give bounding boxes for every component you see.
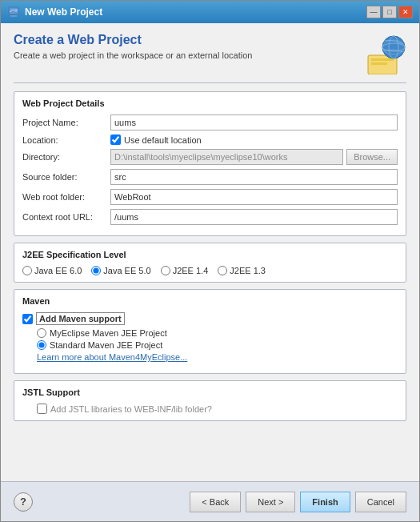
myeclipse-maven-row: MyEclipse Maven JEE Project [37,328,398,338]
help-button[interactable]: ? [14,492,33,512]
browse-button[interactable]: Browse... [346,149,398,165]
project-name-row: Project Name: [22,114,398,130]
j2ee-option-java-ee-6[interactable]: Java EE 6.0 [22,266,82,275]
finish-button[interactable]: Finish [300,492,350,512]
window-title: New Web Project [25,6,366,18]
minimize-button[interactable]: — [366,6,381,18]
next-button[interactable]: Next > [246,492,295,512]
source-folder-row: Source folder: [22,169,398,185]
main-window: New Web Project — □ ✕ Create a Web Proje… [0,0,420,522]
page-subtitle: Create a web project in the workspace or… [14,50,357,60]
add-maven-support-label: Add Maven support [36,312,125,325]
directory-label: Directory: [22,152,110,162]
jstl-label: Add JSTL libraries to WEB-INF/lib folder… [50,404,212,414]
web-project-details-section: Web Project Details Project Name: Locati… [14,91,406,236]
j2ee-label-j2ee-14: J2EE 1.4 [173,266,209,275]
title-bar: New Web Project — □ ✕ [1,1,419,23]
jstl-title: JSTL Support [22,387,398,397]
myeclipse-maven-radio[interactable] [37,328,46,338]
j2ee-radio-j2ee-14[interactable] [161,266,170,275]
footer-left: ? [14,492,33,512]
footer-right: < Back Next > Finish Cancel [190,492,406,512]
add-maven-support-row: Add Maven support [22,312,398,325]
context-root-label: Context root URL: [22,212,110,222]
j2ee-option-j2ee-14[interactable]: J2EE 1.4 [161,266,209,275]
source-folder-input[interactable] [110,169,398,185]
web-root-row: Web root folder: [22,189,398,205]
svg-point-6 [382,36,405,58]
myeclipse-maven-label: MyEclipse Maven JEE Project [50,328,167,338]
svg-point-2 [14,9,18,13]
use-default-location-checkbox[interactable] [110,135,121,145]
source-folder-label: Source folder: [22,172,110,182]
maven-section: Maven Add Maven support MyEclipse Maven … [14,289,406,374]
use-default-location-label: Use default location [124,135,202,145]
cancel-button[interactable]: Cancel [355,492,406,512]
web-root-input[interactable] [110,189,398,205]
directory-input [110,149,343,165]
header-text: Create a Web Project Create a web projec… [14,33,357,60]
j2ee-label-java-ee-5: Java EE 5.0 [103,266,150,275]
maven-title: Maven [22,296,398,306]
jstl-checkbox[interactable] [37,404,47,414]
project-name-input[interactable] [110,114,398,130]
maximize-button[interactable]: □ [382,6,397,18]
location-row: Location: Use default location [22,135,398,145]
page-title: Create a Web Project [14,33,357,47]
j2ee-title: J2EE Specification Level [22,250,398,259]
location-label: Location: [22,135,110,145]
directory-row: Directory: Browse... [22,149,398,165]
j2ee-option-j2ee-13[interactable]: J2EE 1.3 [218,266,266,275]
window-controls: — □ ✕ [366,6,413,18]
header-divider [14,82,406,83]
j2ee-label-java-ee-6: Java EE 6.0 [34,266,82,275]
window-icon [7,6,20,18]
add-maven-support-checkbox[interactable] [22,314,33,324]
j2ee-label-j2ee-13: J2EE 1.3 [230,266,266,275]
back-button[interactable]: < Back [190,492,241,512]
standard-maven-label: Standard Maven JEE Project [50,340,162,350]
footer: ? < Back Next > Finish Cancel [1,481,419,521]
close-button[interactable]: ✕ [398,6,413,18]
jstl-section: JSTL Support Add JSTL libraries to WEB-I… [14,380,406,421]
globe-icon [365,33,406,74]
j2ee-option-java-ee-5[interactable]: Java EE 5.0 [91,266,150,275]
jstl-checkbox-row: Add JSTL libraries to WEB-INF/lib folder… [37,404,398,414]
standard-maven-row: Standard Maven JEE Project [37,340,398,350]
j2ee-radio-j2ee-13[interactable] [218,266,227,275]
j2ee-radio-java-ee-6[interactable] [22,266,32,275]
header-section: Create a Web Project Create a web projec… [14,33,406,74]
web-root-label: Web root folder: [22,192,110,202]
j2ee-radio-java-ee-5[interactable] [91,266,101,275]
web-project-details-title: Web Project Details [22,98,398,108]
context-root-row: Context root URL: [22,209,398,225]
project-name-label: Project Name: [22,118,110,127]
content-area: Create a Web Project Create a web projec… [1,23,419,481]
svg-rect-5 [371,62,387,65]
context-root-input[interactable] [110,209,398,225]
j2ee-section: J2EE Specification Level Java EE 6.0 Jav… [14,243,406,283]
j2ee-radio-group: Java EE 6.0 Java EE 5.0 J2EE 1.4 J2EE 1.… [22,266,398,275]
svg-rect-1 [10,15,17,17]
svg-rect-4 [371,58,394,61]
maven-learn-more-link[interactable]: Learn more about Maven4MyEclipse... [37,352,398,362]
standard-maven-radio[interactable] [37,340,46,350]
